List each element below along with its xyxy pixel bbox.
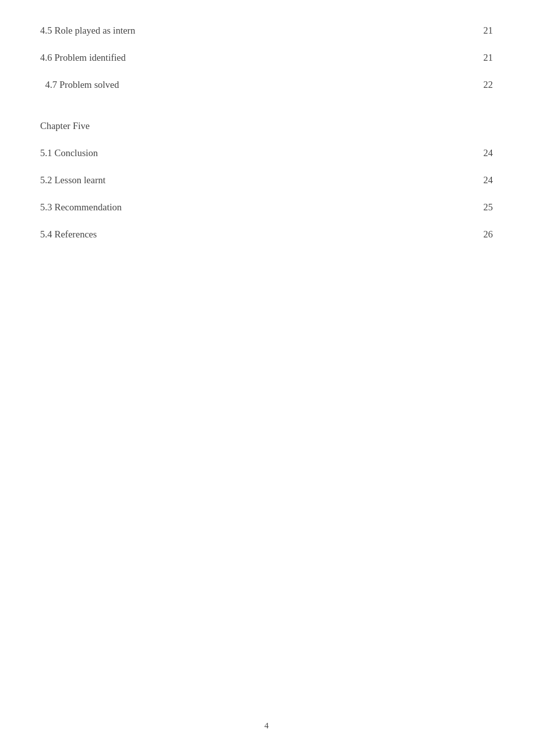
toc-label-5-4: 5.4 References — [40, 229, 97, 240]
toc-entry-4-5: 4.5 Role played as intern 21 — [40, 25, 493, 36]
toc-page-5-3: 25 — [478, 202, 493, 213]
chapter-five-heading: Chapter Five — [40, 120, 493, 132]
toc-label-4-7: 4.7 Problem solved — [40, 79, 119, 90]
toc-entry-5-4: 5.4 References 26 — [40, 229, 493, 240]
toc-entry-5-2: 5.2 Lesson learnt 24 — [40, 175, 493, 186]
toc-label-4-6: 4.6 Problem identified — [40, 52, 125, 63]
toc-label-5-3: 5.3 Recommendation — [40, 202, 122, 213]
toc-page-4-5: 21 — [478, 25, 493, 36]
page: 4.5 Role played as intern 21 4.6 Problem… — [0, 0, 533, 756]
toc-page-5-4: 26 — [478, 229, 493, 240]
toc-label-5-1: 5.1 Conclusion — [40, 148, 98, 159]
toc-page-4-7: 22 — [478, 79, 493, 90]
toc-label-5-2: 5.2 Lesson learnt — [40, 175, 105, 186]
toc-entry-4-6: 4.6 Problem identified 21 — [40, 52, 493, 63]
page-number: 4 — [264, 721, 269, 731]
toc-entry-5-3: 5.3 Recommendation 25 — [40, 202, 493, 213]
toc-page-5-2: 24 — [478, 175, 493, 186]
toc-entry-4-7: 4.7 Problem solved 22 — [40, 79, 493, 90]
toc-page-4-6: 21 — [478, 52, 493, 63]
toc-entry-5-1: 5.1 Conclusion 24 — [40, 148, 493, 159]
toc-label-4-5: 4.5 Role played as intern — [40, 25, 135, 36]
toc-page-5-1: 24 — [478, 148, 493, 159]
